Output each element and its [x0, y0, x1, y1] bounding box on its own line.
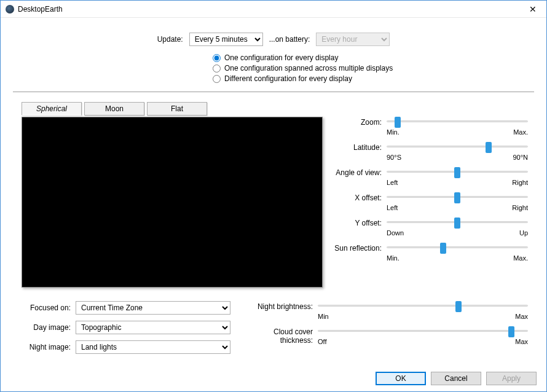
battery-select[interactable]: Every hour: [316, 33, 390, 46]
divider: [13, 92, 534, 92]
latitude-label: Latitude:: [334, 142, 387, 152]
sun-thumb[interactable]: [440, 243, 446, 254]
night-brightness-thumb[interactable]: [455, 301, 462, 312]
zoom-thumb[interactable]: [395, 117, 401, 128]
sun-label: Sun reflection:: [334, 243, 387, 253]
radio-label-2: One configuration spanned across multipl…: [224, 64, 393, 73]
tab-flat[interactable]: Flat: [147, 102, 207, 116]
night-brightness-label: Night brightness:: [242, 301, 318, 311]
zoom-label: Zoom:: [334, 117, 387, 127]
cloud-thickness-thumb[interactable]: [508, 326, 514, 337]
tab-spherical[interactable]: Spherical: [22, 102, 82, 116]
radio-label-1: One configuration for every display: [224, 53, 338, 62]
angle-min: Left: [387, 179, 398, 186]
xoffset-min: Left: [387, 204, 398, 211]
xoffset-slider[interactable]: [387, 192, 528, 203]
config-radio-2[interactable]: One configuration spanned across multipl…: [213, 64, 534, 73]
cloud-thickness-row: Cloud cover thickness: OffMax: [242, 326, 528, 345]
config-radio-group: One configuration for every display One …: [213, 53, 534, 83]
yoffset-max: Up: [519, 229, 528, 237]
yoffset-slider[interactable]: [387, 218, 528, 229]
left-selects: Focused on: Current Time Zone Day image:…: [22, 301, 230, 360]
day-image-select[interactable]: Topographic: [76, 321, 230, 334]
tab-moon[interactable]: Moon: [84, 102, 144, 116]
angle-thumb[interactable]: [454, 167, 460, 178]
close-icon[interactable]: ✕: [519, 1, 546, 18]
window-title: DesktopEarth: [18, 5, 519, 14]
angle-slider-row: Angle of view: LeftRight: [334, 167, 528, 186]
sun-slider-row: Sun reflection: Min.Max.: [334, 243, 528, 262]
latitude-max: 90°N: [513, 154, 528, 161]
sliders-panel: Zoom: Min.Max. Latitude: 90°S90°N Angle …: [334, 117, 534, 288]
day-image-row: Day image: Topographic: [22, 321, 230, 334]
battery-label: ...on battery:: [269, 35, 310, 44]
preview-image: [22, 117, 323, 288]
zoom-min: Min.: [387, 128, 399, 136]
sun-slider[interactable]: [387, 243, 528, 254]
focused-label: Focused on:: [22, 304, 71, 312]
sun-max: Max.: [513, 254, 528, 262]
bottom-area: Focused on: Current Time Zone Day image:…: [13, 301, 534, 360]
radio-different[interactable]: [213, 75, 221, 83]
latitude-thumb[interactable]: [486, 142, 492, 153]
night-brightness-row: Night brightness: MinMax: [242, 301, 528, 320]
button-row: OK Cancel Apply: [376, 372, 537, 385]
cloud-thickness-label: Cloud cover thickness:: [242, 326, 318, 345]
radio-spanned[interactable]: [213, 65, 221, 73]
night-image-label: Night image:: [22, 343, 71, 351]
latitude-slider[interactable]: [387, 142, 528, 153]
yoffset-thumb[interactable]: [454, 218, 460, 229]
config-radio-1[interactable]: One configuration for every display: [213, 53, 534, 62]
zoom-slider-row: Zoom: Min.Max.: [334, 117, 528, 136]
xoffset-slider-row: X offset: LeftRight: [334, 192, 528, 211]
angle-max: Right: [512, 179, 528, 186]
apply-button[interactable]: Apply: [486, 372, 537, 385]
right-sliders: Night brightness: MinMax Cloud cover thi…: [242, 301, 534, 360]
night-min: Min: [318, 313, 329, 320]
window: DesktopEarth ✕ Update: Every 5 minutes .…: [0, 0, 547, 392]
config-radio-3[interactable]: Different configuration for every displa…: [213, 74, 534, 83]
main-area: Zoom: Min.Max. Latitude: 90°S90°N Angle …: [13, 117, 534, 288]
zoom-max: Max.: [513, 128, 528, 136]
latitude-slider-row: Latitude: 90°S90°N: [334, 142, 528, 161]
update-row: Update: Every 5 minutes ...on battery: E…: [13, 33, 534, 46]
xoffset-thumb[interactable]: [454, 192, 460, 203]
titlebar: DesktopEarth ✕: [1, 1, 546, 18]
sun-min: Min.: [387, 254, 399, 262]
xoffset-label: X offset:: [334, 192, 387, 202]
update-select[interactable]: Every 5 minutes: [189, 33, 263, 46]
angle-slider[interactable]: [387, 167, 528, 178]
zoom-slider[interactable]: [387, 117, 528, 128]
night-image-row: Night image: Land lights: [22, 340, 230, 354]
cancel-button[interactable]: Cancel: [431, 372, 481, 385]
content: Update: Every 5 minutes ...on battery: E…: [1, 18, 546, 366]
app-icon: [6, 5, 14, 14]
ok-button[interactable]: OK: [376, 372, 426, 385]
night-brightness-slider[interactable]: [318, 301, 528, 312]
update-label: Update:: [157, 35, 183, 44]
cloud-thickness-slider[interactable]: [318, 326, 528, 337]
cloud-min: Off: [318, 338, 326, 345]
radio-label-3: Different configuration for every displa…: [224, 74, 352, 83]
focused-select[interactable]: Current Time Zone: [76, 301, 230, 315]
focused-row: Focused on: Current Time Zone: [22, 301, 230, 315]
tabs: Spherical Moon Flat: [22, 102, 534, 116]
yoffset-min: Down: [387, 229, 404, 237]
xoffset-max: Right: [512, 204, 528, 211]
day-image-label: Day image:: [22, 323, 71, 332]
radio-one-per-display[interactable]: [213, 54, 221, 62]
angle-label: Angle of view:: [334, 167, 387, 177]
cloud-max: Max: [515, 338, 528, 345]
yoffset-slider-row: Y offset: DownUp: [334, 218, 528, 237]
night-max: Max: [515, 313, 528, 320]
night-image-select[interactable]: Land lights: [76, 340, 230, 354]
latitude-min: 90°S: [387, 154, 401, 161]
yoffset-label: Y offset:: [334, 218, 387, 227]
